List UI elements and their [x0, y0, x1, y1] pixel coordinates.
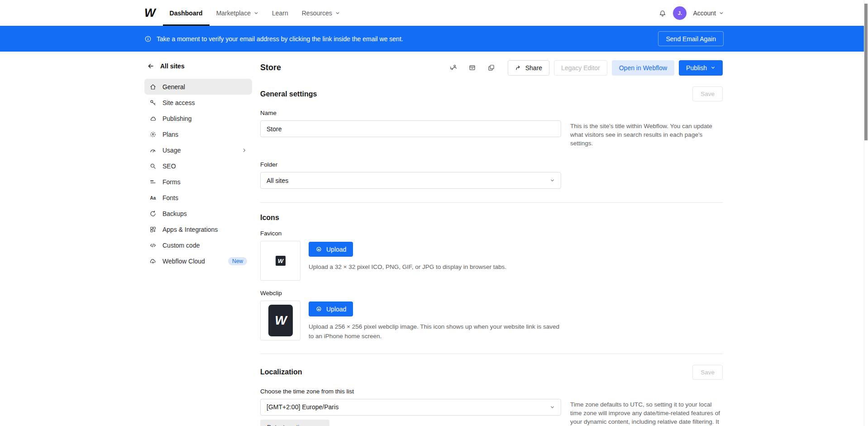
nav-item-learn[interactable]: Learn [265, 0, 295, 26]
search-icon [149, 163, 157, 170]
forms-icon [149, 178, 157, 186]
info-icon [144, 35, 152, 43]
chevron-down-icon [711, 65, 715, 70]
folder-selected-value: All sites [267, 177, 288, 184]
plans-icon [149, 131, 157, 138]
nav-label: Resources [302, 10, 332, 17]
save-button[interactable]: Save [692, 365, 723, 380]
timezone-select[interactable]: [GMT+2:00] Europe/Paris [260, 399, 561, 416]
sidebar-item-label: General [162, 83, 185, 91]
sidebar-item-label: Apps & Integrations [162, 226, 218, 233]
sidebar-item-label: Site access [162, 99, 195, 106]
usage-icon [149, 147, 157, 154]
nav-label: Learn [272, 10, 288, 17]
upload-icon [315, 306, 322, 312]
publishing-icon [149, 115, 157, 122]
sidebar-item-plans[interactable]: Plans [144, 126, 252, 142]
notifications-bell-icon[interactable] [658, 9, 667, 17]
folder-field-label: Folder [260, 161, 723, 168]
favicon-upload-button[interactable]: Upload [309, 242, 353, 257]
folder-select[interactable]: All sites [260, 172, 561, 189]
webflow-logo-icon[interactable]: W [144, 0, 155, 26]
upload-label: Upload [326, 246, 346, 253]
webclip-help-text: Upload a 256 × 256 pixel webclip image. … [309, 322, 564, 341]
webclip-preview[interactable]: W [260, 301, 300, 340]
page-scrollbar [864, 0, 868, 426]
name-help-text: This is the site's title within Webflow.… [570, 120, 722, 148]
back-to-all-sites[interactable]: All sites [144, 60, 252, 79]
detect-timezone-button[interactable]: Detect my time zone [260, 420, 329, 426]
fonts-icon: Aa [149, 194, 157, 201]
site-name-input[interactable] [260, 120, 561, 137]
apps-icon [149, 226, 157, 233]
sidebar-item-forms[interactable]: Forms [144, 174, 252, 190]
section-divider [260, 202, 723, 203]
back-label: All sites [160, 62, 185, 70]
account-label: Account [693, 10, 716, 17]
chevron-down-icon [254, 11, 258, 15]
key-icon [149, 99, 157, 106]
publish-label: Publish [686, 64, 707, 72]
page-title: Store [260, 63, 281, 72]
transfer-site-icon[interactable] [447, 62, 460, 74]
favicon-label: Favicon [260, 230, 723, 237]
sidebar-item-label: Backups [162, 210, 187, 217]
nav-item-marketplace[interactable]: Marketplace [210, 0, 265, 26]
new-badge: New [228, 257, 247, 265]
timezone-help-text: Time zone defaults to UTC, so setting it… [570, 399, 722, 426]
webclip-upload-button[interactable]: Upload [309, 302, 353, 316]
timezone-label: Choose the time zone from this list [260, 388, 723, 395]
sidebar-item-general[interactable]: General [144, 79, 252, 95]
section-heading-localization: Localization [260, 368, 302, 376]
sidebar-item-seo[interactable]: SEO [144, 158, 252, 174]
sidebar-item-label: Webflow Cloud [162, 258, 205, 265]
code-icon [149, 242, 157, 249]
sidebar-item-backups[interactable]: Backups [144, 206, 252, 221]
scrollbar-thumb[interactable] [864, 4, 868, 140]
sidebar-item-apps-integrations[interactable]: Apps & Integrations [144, 221, 252, 237]
email-verify-banner: Take a moment to verify your email addre… [0, 26, 868, 52]
nav-item-dashboard[interactable]: Dashboard [163, 0, 210, 26]
sidebar-item-custom-code[interactable]: Custom code [144, 237, 252, 253]
sidebar-item-publishing[interactable]: Publishing [144, 110, 252, 126]
sidebar-item-label: Usage [162, 147, 181, 154]
backups-icon [149, 210, 157, 217]
chevron-down-icon [335, 11, 340, 15]
archive-site-icon[interactable] [466, 62, 479, 74]
chevron-right-icon [242, 148, 247, 153]
favicon-preview[interactable]: W [260, 241, 300, 281]
cloud-icon [149, 258, 157, 265]
share-label: Share [525, 64, 542, 72]
favicon-image: W [276, 256, 286, 266]
sidebar-item-fonts[interactable]: Aa Fonts [144, 190, 252, 206]
section-heading-general-settings: General settings [260, 90, 317, 98]
nav-label: Marketplace [216, 10, 251, 17]
publish-button[interactable]: Publish [679, 60, 723, 76]
legacy-editor-button[interactable]: Legacy Editor [554, 60, 607, 76]
chevron-down-icon [550, 178, 555, 183]
chevron-down-icon [550, 405, 555, 410]
nav-label: Dashboard [170, 10, 203, 17]
arrow-left-icon [147, 62, 154, 70]
sidebar-item-site-access[interactable]: Site access [144, 95, 252, 110]
sidebar-item-webflow-cloud[interactable]: Webflow Cloud New [144, 253, 252, 269]
timezone-selected-value: [GMT+2:00] Europe/Paris [267, 403, 339, 411]
sidebar-item-label: Fonts [162, 194, 178, 201]
send-email-again-button[interactable]: Send Email Again [658, 31, 724, 46]
duplicate-site-icon[interactable] [485, 62, 498, 74]
nav-item-resources[interactable]: Resources [295, 0, 347, 26]
account-menu[interactable]: Account [693, 10, 724, 17]
open-in-webflow-button[interactable]: Open in Webflow [612, 60, 674, 76]
avatar[interactable]: J. [673, 6, 687, 20]
upload-icon [315, 246, 322, 253]
sidebar-item-label: Plans [162, 131, 178, 138]
svg-text:Aa: Aa [150, 195, 156, 200]
share-button[interactable]: Share [508, 60, 549, 76]
section-heading-icons: Icons [260, 214, 279, 222]
banner-message: Take a moment to verify your email addre… [157, 35, 403, 43]
webclip-label: Webclip [260, 290, 723, 297]
sidebar-item-usage[interactable]: Usage [144, 142, 252, 158]
save-button[interactable]: Save [692, 86, 723, 101]
webclip-image: W [268, 305, 293, 336]
primary-nav: Dashboard Marketplace Learn Resources [163, 0, 347, 26]
